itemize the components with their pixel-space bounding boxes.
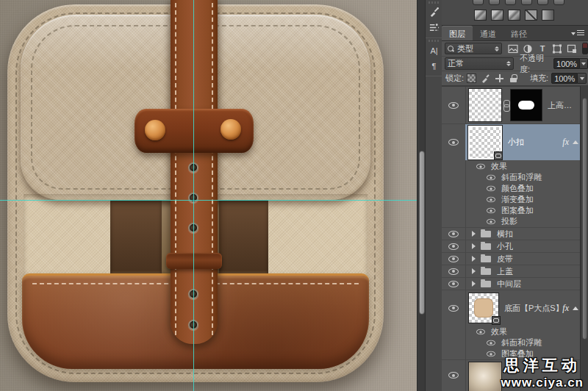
brush-panel-icon[interactable] — [426, 20, 442, 35]
effects-header-row[interactable]: 效果 — [442, 160, 588, 172]
style-preset-icon[interactable] — [521, 0, 532, 5]
brush-presets-panel-icon[interactable] — [426, 4, 442, 20]
expand-triangle-icon[interactable] — [472, 256, 476, 262]
collapse-effects-icon[interactable] — [573, 306, 578, 310]
layer-effect-row[interactable]: 图案叠加 — [442, 205, 588, 216]
fill-value[interactable]: 100% — [551, 73, 578, 84]
folder-icon — [481, 256, 491, 262]
lock-all-icon[interactable] — [509, 73, 518, 83]
style-preset-icon[interactable] — [553, 0, 564, 5]
layers-panel: 图层 通道 路径 类型 T — [442, 0, 588, 391]
dock-group-grip[interactable] — [429, 1, 439, 4]
layer-group-row[interactable]: 中间层 — [442, 277, 588, 290]
effect-label: 颜色叠加 — [501, 183, 534, 194]
tab-channels[interactable]: 通道 — [473, 26, 503, 40]
effect-label: 投影 — [501, 216, 517, 227]
visibility-eye-icon[interactable] — [448, 139, 459, 146]
effects-header-label: 效果 — [491, 326, 507, 337]
tab-paths[interactable]: 路径 — [503, 26, 534, 40]
layer-row[interactable]: 小扣fx — [442, 123, 588, 160]
effects-header-row[interactable]: 效果 — [442, 326, 588, 337]
visibility-eye-icon[interactable] — [448, 281, 459, 287]
vector-mask-badge-icon — [492, 316, 501, 325]
group-name: 上盖 — [497, 266, 513, 277]
dock-group-grip[interactable] — [429, 40, 439, 42]
visibility-eye-icon[interactable] — [448, 102, 459, 109]
guide-vertical[interactable] — [193, 0, 194, 391]
layer-thumbnail[interactable] — [469, 362, 501, 391]
blend-mode-select[interactable]: 正常 — [445, 57, 514, 70]
layer-effect-row[interactable]: 斜面和浮雕 — [442, 337, 588, 348]
visibility-cell — [442, 348, 465, 359]
style-preset-icon[interactable] — [537, 0, 548, 5]
visibility-eye-icon[interactable] — [448, 305, 459, 312]
layer-thumbnail[interactable] — [468, 126, 502, 159]
layers-scrollbar-thumb[interactable] — [582, 98, 587, 340]
layer-group-row[interactable]: 横扣 — [442, 227, 588, 240]
style-preset-thumb[interactable] — [474, 10, 487, 21]
expand-triangle-icon[interactable] — [472, 243, 476, 249]
layer-group-row[interactable]: 小孔 — [442, 240, 588, 252]
layer-thumbnail[interactable] — [469, 293, 498, 323]
canvas-area[interactable] — [0, 0, 417, 391]
layer-thumbnail[interactable] — [469, 89, 501, 121]
expand-triangle-icon[interactable] — [472, 268, 476, 274]
style-preset-thumb[interactable] — [542, 10, 554, 21]
lock-pixels-icon[interactable] — [481, 73, 490, 83]
layer-effect-row[interactable]: 颜色叠加 — [442, 183, 588, 194]
visibility-eye-icon[interactable] — [487, 197, 495, 203]
visibility-eye-icon[interactable] — [448, 243, 459, 250]
canvas-scrollbar-thumb[interactable] — [419, 151, 425, 315]
canvas-scrollbar[interactable] — [417, 0, 425, 391]
character-panel-icon[interactable]: A| — [426, 43, 442, 58]
fill-dropdown-icon[interactable] — [578, 73, 587, 84]
visibility-eye-icon[interactable] — [487, 340, 495, 346]
opacity-dropdown-icon[interactable] — [580, 58, 588, 69]
filter-toggle[interactable] — [582, 43, 588, 54]
opacity-value[interactable]: 100% — [553, 58, 580, 69]
visibility-eye-icon[interactable] — [487, 208, 495, 214]
lock-row: 锁定: 填充: 100% — [442, 71, 588, 86]
layer-row[interactable]: 底面【P大点S】fx — [442, 290, 588, 326]
style-preset-thumb[interactable] — [491, 10, 503, 21]
visibility-eye-icon[interactable] — [448, 256, 459, 262]
style-preset-icon[interactable] — [489, 0, 500, 5]
filter-shape-layers-icon[interactable] — [552, 43, 563, 54]
lock-transparency-icon[interactable] — [467, 73, 476, 83]
paragraph-panel-icon[interactable]: ¶ — [426, 58, 442, 73]
visibility-eye-icon[interactable] — [476, 329, 485, 334]
filter-pixel-layers-icon[interactable] — [508, 43, 519, 54]
layer-group-row[interactable]: 皮带 — [442, 252, 588, 265]
style-preset-icon[interactable] — [473, 0, 484, 5]
collapsed-panel-dock: A| ¶ — [425, 0, 442, 391]
layer-row[interactable]: 上高… — [442, 87, 588, 123]
layer-effect-row[interactable]: 斜面和浮雕 — [442, 172, 588, 183]
tab-layers[interactable]: 图层 — [442, 26, 473, 40]
lock-position-icon[interactable] — [495, 73, 504, 83]
layer-group-row[interactable]: 上盖 — [442, 265, 588, 277]
visibility-eye-icon[interactable] — [448, 231, 459, 237]
layers-scrollbar[interactable] — [580, 86, 588, 391]
collapse-effects-icon[interactable] — [573, 140, 578, 144]
visibility-eye-icon[interactable] — [448, 372, 459, 379]
visibility-eye-icon[interactable] — [476, 163, 485, 169]
layer-effect-row[interactable]: 渐变叠加 — [442, 194, 588, 205]
visibility-eye-icon[interactable] — [487, 175, 495, 181]
style-preset-thumb[interactable] — [508, 10, 520, 21]
guide-horizontal[interactable] — [0, 200, 417, 201]
layer-mask-thumbnail[interactable] — [511, 90, 542, 121]
visibility-eye-icon[interactable] — [487, 186, 495, 192]
filter-smart-objects-icon[interactable] — [567, 43, 578, 54]
fill-label: 填充: — [530, 73, 548, 84]
panel-menu-icon[interactable] — [571, 30, 584, 37]
visibility-eye-icon[interactable] — [448, 268, 459, 275]
visibility-eye-icon[interactable] — [487, 219, 495, 225]
filter-type-select[interactable]: 类型 — [445, 43, 502, 54]
visibility-eye-icon[interactable] — [487, 351, 495, 357]
style-preset-thumb[interactable] — [525, 10, 537, 21]
expand-triangle-icon[interactable] — [472, 281, 476, 287]
panel-tab-bar: 图层 通道 路径 — [442, 26, 588, 41]
layer-effect-row[interactable]: 投影 — [442, 216, 588, 227]
style-preset-icon[interactable] — [505, 0, 516, 5]
expand-triangle-icon[interactable] — [472, 231, 476, 237]
